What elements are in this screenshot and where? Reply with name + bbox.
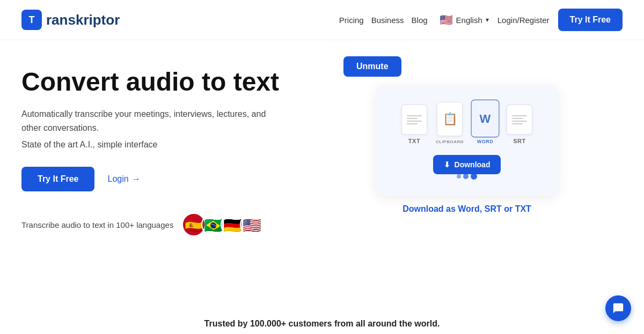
waveform-dot-2 <box>463 174 469 179</box>
txt-file-icon <box>401 105 427 135</box>
nav-pricing[interactable]: Pricing <box>336 13 367 27</box>
nav-blog[interactable]: Blog <box>408 13 431 27</box>
header: T ranskriptor Pricing Business Blog 🇺🇸 E… <box>0 0 644 40</box>
format-txt: TXT <box>401 105 427 144</box>
download-icon: ⬇ <box>444 160 450 169</box>
hero-login-link[interactable]: Login → <box>107 174 140 184</box>
srt-label: SRT <box>513 138 526 144</box>
hero-left: Convert audio to text Automatically tran… <box>21 51 311 287</box>
download-preview-button[interactable]: ⬇ Download <box>433 155 501 174</box>
waveform-dot-3 <box>471 173 477 180</box>
txt-label: TXT <box>408 138 420 144</box>
login-label: Login <box>107 174 128 184</box>
nav-right: Pricing Business Blog 🇺🇸 English ▾ Login… <box>336 9 623 31</box>
chat-icon <box>612 302 624 314</box>
hero-right: Unmute TXT <box>311 51 623 287</box>
word-label: WORD <box>477 139 494 144</box>
hero-section: Convert audio to text Automatically tran… <box>0 40 644 308</box>
nav-business[interactable]: Business <box>368 13 407 27</box>
srt-file-icon <box>507 105 532 135</box>
nav-links: Pricing Business Blog <box>336 13 431 27</box>
download-btn-label: Download <box>455 160 491 169</box>
format-word: W WORD <box>472 101 498 144</box>
hero-tagline: State of the art A.I., simple interface <box>21 140 311 150</box>
flags-group: 🇪🇸 🇧🇷 🇩🇪 🇺🇸 <box>182 213 264 236</box>
languages-row: Transcribe audio to text in 100+ languag… <box>21 213 311 236</box>
hero-subtitle: Automatically transcribe your meetings, … <box>21 107 279 135</box>
language-label: English <box>456 16 482 25</box>
languages-text: Transcribe audio to text in 100+ languag… <box>21 220 173 229</box>
format-icons-row: TXT 📋 CLIPBOARD W WORD <box>401 101 532 144</box>
arrow-right-icon: → <box>132 174 141 184</box>
clipboard-label: CLIPBOARD <box>436 139 464 144</box>
logo-text: ranskriptor <box>46 12 120 28</box>
hero-title: Convert audio to text <box>21 67 311 97</box>
language-selector[interactable]: 🇺🇸 English ▾ <box>440 13 489 26</box>
unmute-button[interactable]: Unmute <box>343 56 401 77</box>
chat-bubble-button[interactable] <box>605 295 631 321</box>
trusted-section: Trusted by 100.000+ customers from all a… <box>0 308 644 334</box>
hero-buttons: Try It Free Login → <box>21 167 311 191</box>
word-file-icon: W <box>471 100 500 137</box>
header-flag-icon: 🇺🇸 <box>440 13 453 26</box>
waveform-dot-1 <box>457 174 461 179</box>
header-try-it-free-button[interactable]: Try It Free <box>558 9 623 31</box>
hero-try-free-button[interactable]: Try It Free <box>21 167 94 191</box>
waveform-dots <box>457 173 477 180</box>
login-register-link[interactable]: Login/Register <box>497 16 550 25</box>
format-clipboard: 📋 CLIPBOARD <box>436 102 464 144</box>
download-caption: Download as Word, SRT or TXT <box>402 204 531 214</box>
format-srt: SRT <box>507 105 532 144</box>
trusted-text: Trusted by 100.000+ customers from all a… <box>21 319 623 329</box>
flag-usa: 🇺🇸 <box>240 213 264 236</box>
clipboard-file-icon: 📋 <box>437 102 463 136</box>
app-preview-card: TXT 📋 CLIPBOARD W WORD <box>376 85 558 196</box>
logo-icon: T <box>21 10 42 30</box>
chevron-down-icon: ▾ <box>486 16 489 24</box>
logo[interactable]: T ranskriptor <box>21 10 120 30</box>
